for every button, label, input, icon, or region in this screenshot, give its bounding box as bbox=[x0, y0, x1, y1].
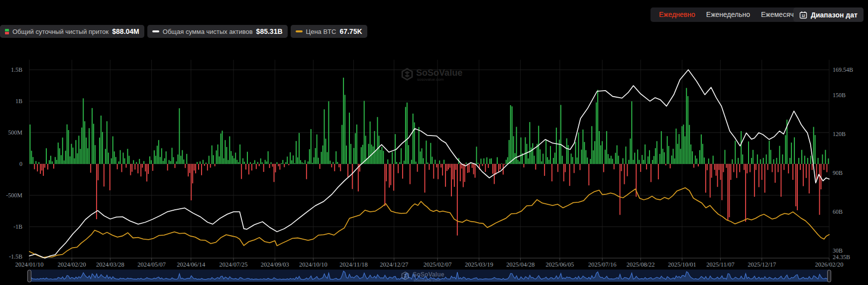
y-left-label: -1.5B bbox=[9, 253, 22, 260]
x-axis-label: 2025/08/22 bbox=[627, 261, 655, 268]
y-right-label: 150B bbox=[833, 92, 846, 99]
x-axis-label: 2024/06/14 bbox=[177, 261, 206, 268]
x-axis-label: 2024/05/07 bbox=[137, 261, 166, 268]
y-left-label: 1B bbox=[15, 98, 22, 105]
x-axis-label: 2024/09/03 bbox=[261, 261, 289, 268]
x-axis-label: 2025/11/07 bbox=[706, 261, 734, 268]
y-right-label: 169.54B bbox=[833, 66, 853, 73]
x-axis-label: 2024/11/18 bbox=[339, 261, 367, 268]
btc-price-line bbox=[29, 188, 829, 258]
svg-text:sosovalue.com: sosovalue.com bbox=[417, 77, 444, 82]
y-left-label: -1B bbox=[13, 223, 22, 230]
svg-text:sosovalue.com: sosovalue.com bbox=[414, 278, 440, 283]
x-axis-label: 2024/07/25 bbox=[219, 261, 248, 268]
svg-text:SoSoValue: SoSoValue bbox=[413, 271, 444, 278]
x-axis-label: 2024/12/27 bbox=[380, 261, 408, 268]
x-axis-label: 2024/03/28 bbox=[96, 261, 124, 268]
x-axis-label: 2025/10/01 bbox=[668, 261, 696, 268]
x-axis-label: 2025/02/07 bbox=[424, 261, 452, 268]
y-left-label: 1.5B bbox=[11, 66, 22, 73]
svg-text:SoSoValue: SoSoValue bbox=[416, 68, 462, 78]
x-axis-label: 2025/06/05 bbox=[545, 261, 574, 268]
y-right-label: 60B bbox=[833, 208, 843, 215]
y-left-label: 500M bbox=[8, 129, 22, 136]
navigator[interactable]: SoSoValuesosovalue.com bbox=[28, 270, 831, 283]
y-right-label: 120B bbox=[833, 131, 846, 138]
x-axis-label: 2024/02/20 bbox=[58, 261, 86, 268]
x-axis-label: 2025/03/19 bbox=[465, 261, 493, 268]
btc-etf-flow-chart[interactable]: SoSoValuesosovalue.com 1.5B1B500M0-500M-… bbox=[0, 0, 868, 285]
x-axis-label: 2024/01/10 bbox=[15, 261, 44, 268]
y-left-label: 0 bbox=[19, 160, 22, 167]
y-left-label: -500M bbox=[6, 192, 22, 199]
x-axis-label: 2026/02/20 bbox=[815, 261, 844, 268]
y-right-label: 90B bbox=[833, 169, 843, 176]
navigator-handle-left[interactable] bbox=[28, 270, 31, 282]
x-axis-label: 2025/12/17 bbox=[748, 261, 776, 268]
x-axis-label: 2024/10/10 bbox=[299, 261, 327, 268]
x-axis-label: 2025/04/28 bbox=[506, 261, 535, 268]
navigator-handle-right[interactable] bbox=[828, 270, 831, 282]
x-axis-label: 2025/07/16 bbox=[588, 261, 617, 268]
y-right-label: 24.35B bbox=[833, 254, 850, 261]
